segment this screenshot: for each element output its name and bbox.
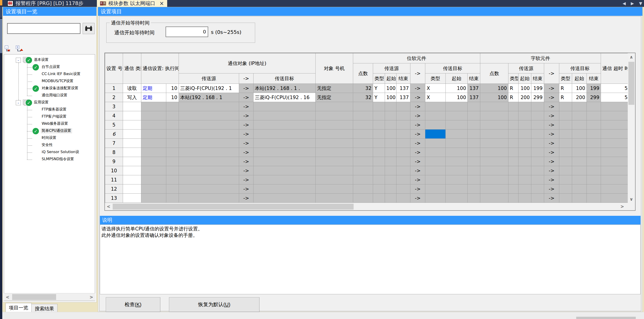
tree-item-label[interactable]: iQ Sensor Solution设: [41, 149, 80, 155]
grid-cell[interactable]: ->: [239, 184, 254, 194]
grid-cell[interactable]: [572, 120, 587, 129]
grid-cell[interactable]: ->: [410, 166, 425, 175]
grid-cell[interactable]: [373, 194, 385, 203]
grid-cell[interactable]: [166, 184, 179, 194]
grid-cell[interactable]: [353, 175, 373, 184]
grid-cell[interactable]: [480, 111, 508, 120]
grid-cell[interactable]: [141, 120, 166, 129]
grid-cell[interactable]: 三菱iQ-F(CPU)(192 . 16: [254, 93, 316, 102]
grid-cell[interactable]: [179, 194, 239, 203]
grid-cell[interactable]: [141, 194, 166, 203]
grid-cell[interactable]: [425, 166, 446, 175]
grid-cell[interactable]: [123, 194, 141, 203]
grid-cell[interactable]: [601, 102, 628, 111]
grid-cell[interactable]: [353, 166, 373, 175]
grid-cell[interactable]: [446, 194, 468, 203]
grid-cell[interactable]: [373, 111, 385, 120]
grid-cell[interactable]: [518, 175, 531, 184]
grid-cell[interactable]: [385, 175, 396, 184]
grid-cell[interactable]: [141, 102, 166, 111]
grid-cell[interactable]: 100: [446, 93, 468, 102]
grid-cell[interactable]: [518, 148, 531, 157]
grid-cell[interactable]: [316, 148, 353, 157]
grid-cell[interactable]: ->: [410, 139, 425, 148]
grid-cell[interactable]: 500: [601, 93, 628, 102]
tree-expander-icon[interactable]: -: [16, 58, 21, 63]
grid-cell[interactable]: [316, 129, 353, 139]
grid-cell[interactable]: [353, 111, 373, 120]
grid-row-number[interactable]: 5: [105, 120, 123, 129]
grid-cell[interactable]: [141, 175, 166, 184]
grid-cell[interactable]: [587, 175, 601, 184]
grid-cell[interactable]: [572, 102, 587, 111]
grid-cell[interactable]: [587, 157, 601, 166]
tree-item-label[interactable]: 时间设置: [41, 135, 57, 140]
tree-item-label[interactable]: 应用设置: [33, 100, 50, 105]
grid-cell[interactable]: [141, 111, 166, 120]
grid-cell[interactable]: 100: [385, 84, 396, 93]
grid-cell[interactable]: [141, 157, 166, 166]
grid-cell[interactable]: [396, 120, 410, 129]
grid-cell[interactable]: [141, 184, 166, 194]
grid-cell[interactable]: [385, 139, 396, 148]
grid-cell[interactable]: [446, 102, 468, 111]
grid-cell[interactable]: [446, 139, 468, 148]
grid-cell[interactable]: [166, 102, 179, 111]
grid-cell[interactable]: [254, 102, 316, 111]
grid-cell[interactable]: [373, 175, 385, 184]
grid-cell[interactable]: [396, 111, 410, 120]
grid-cell[interactable]: ->: [410, 175, 425, 184]
grid-cell[interactable]: [396, 139, 410, 148]
grid-cell[interactable]: 无指定: [316, 84, 353, 93]
grid-cell[interactable]: [425, 102, 446, 111]
grid-cell[interactable]: [468, 175, 480, 184]
grid-cell[interactable]: [601, 120, 628, 129]
grid-cell[interactable]: [316, 184, 353, 194]
grid-cell[interactable]: [587, 111, 601, 120]
grid-cell[interactable]: [518, 194, 531, 203]
grid-cell[interactable]: ->: [410, 157, 425, 166]
scroll-right-icon[interactable]: >: [620, 204, 624, 209]
grid-row-number[interactable]: 4: [105, 111, 123, 120]
grid-cell[interactable]: [508, 148, 518, 157]
grid-vscrollbar[interactable]: ∧ ∨: [628, 53, 635, 203]
tree-hscroll-thumb[interactable]: [12, 294, 56, 300]
grid-cell[interactable]: [531, 194, 544, 203]
grid-cell[interactable]: [353, 120, 373, 129]
grid-cell[interactable]: [518, 120, 531, 129]
grid-cell[interactable]: [179, 120, 239, 129]
grid-cell[interactable]: [446, 120, 468, 129]
grid-cell[interactable]: 200: [518, 93, 531, 102]
grid-cell[interactable]: [385, 129, 396, 139]
grid-cell[interactable]: [446, 129, 468, 139]
grid-cell[interactable]: 32: [353, 84, 373, 93]
grid-cell[interactable]: [166, 111, 179, 120]
grid-cell[interactable]: ->: [410, 120, 425, 129]
grid-cell[interactable]: [353, 129, 373, 139]
grid-cell[interactable]: [559, 175, 572, 184]
grid-cell[interactable]: [518, 129, 531, 139]
grid-cell[interactable]: [179, 102, 239, 111]
grid-cell[interactable]: [468, 120, 480, 129]
grid-cell[interactable]: [254, 194, 316, 203]
grid-cell[interactable]: [385, 148, 396, 157]
grid-row-number[interactable]: 7: [105, 139, 123, 148]
grid-row-number[interactable]: 3: [105, 102, 123, 111]
grid-cell[interactable]: [373, 129, 385, 139]
grid-cell[interactable]: [508, 184, 518, 194]
grid-cell[interactable]: [559, 148, 572, 157]
grid-cell[interactable]: [480, 148, 508, 157]
grid-cell[interactable]: ->: [239, 129, 254, 139]
grid-cell[interactable]: ->: [239, 194, 254, 203]
grid-cell[interactable]: [254, 111, 316, 120]
grid-cell[interactable]: [316, 166, 353, 175]
grid-row-number[interactable]: 11: [105, 175, 123, 184]
grid-cell[interactable]: [141, 139, 166, 148]
grid-cell[interactable]: [601, 157, 628, 166]
grid-cell[interactable]: ->: [544, 93, 559, 102]
grid-cell[interactable]: [396, 184, 410, 194]
grid-cell[interactable]: X: [425, 93, 446, 102]
grid-cell[interactable]: [468, 194, 480, 203]
grid-cell[interactable]: ->: [410, 84, 425, 93]
grid-cell[interactable]: [254, 148, 316, 157]
